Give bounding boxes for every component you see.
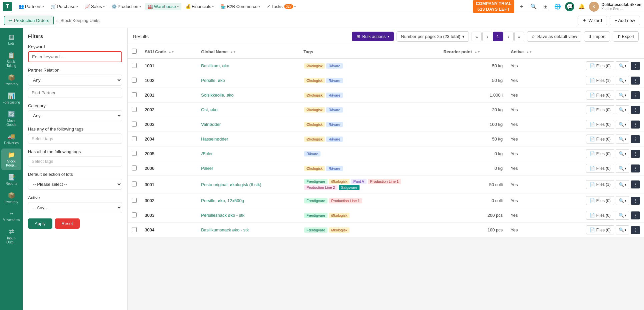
per-page-button[interactable]: Number per page: 25 (23 total) ▾: [397, 31, 469, 42]
partner-relation-select[interactable]: Any: [28, 75, 122, 86]
global-name-cell[interactable]: Persillesnack øko - stk: [197, 208, 299, 223]
sidebar-item-input-output[interactable]: ⇄ Input-Outp...: [1, 225, 21, 247]
has-all-tags-input[interactable]: Select tags: [28, 156, 122, 166]
tag[interactable]: Råvare: [326, 78, 343, 83]
files-button[interactable]: 📄 Files (0): [586, 211, 614, 220]
more-actions-button[interactable]: ⋮: [631, 180, 640, 188]
row-checkbox[interactable]: [132, 92, 137, 97]
files-button[interactable]: 📄 Files (0): [586, 135, 614, 144]
globe-icon[interactable]: 🌐: [553, 2, 562, 11]
import-button[interactable]: ⬇ Import: [584, 31, 610, 42]
tag[interactable]: Råvare: [326, 63, 343, 69]
reset-button[interactable]: Reset: [55, 218, 80, 229]
global-name-cell[interactable]: Pærer: [197, 161, 299, 176]
tag[interactable]: Økologisk: [329, 179, 350, 184]
tag[interactable]: Økologisk: [304, 122, 325, 127]
files-button[interactable]: 📄 Files (0): [586, 105, 614, 114]
nav-production[interactable]: ⚙️ Production ▾: [109, 3, 144, 10]
avatar[interactable]: K: [589, 2, 599, 12]
sidebar-item-stock-taking[interactable]: 📋 Stock-Taking: [1, 49, 21, 71]
more-actions-button[interactable]: ⋮: [631, 226, 640, 234]
more-actions-button[interactable]: ⋮: [631, 164, 640, 172]
global-name-cell[interactable]: Pesto original, økologisk (6 stk): [197, 176, 299, 193]
global-name-cell[interactable]: Basilikumsnack øko - stk: [197, 223, 299, 237]
apply-button[interactable]: Apply: [28, 218, 52, 229]
more-actions-button[interactable]: ⋮: [631, 121, 640, 129]
row-checkbox[interactable]: [132, 212, 137, 217]
global-name-cell[interactable]: Æbler: [197, 147, 299, 161]
files-button[interactable]: 📄 Files (0): [586, 91, 614, 100]
global-name-cell[interactable]: Hasselnødder: [197, 132, 299, 147]
tag[interactable]: Production Line 2: [304, 185, 338, 190]
app-logo[interactable]: T: [3, 2, 12, 11]
history-button[interactable]: ↩ Production Orders: [4, 16, 54, 25]
reorder-point-header[interactable]: Reorder point ▲▼: [440, 45, 507, 58]
save-view-button[interactable]: ☆ Save as default view: [527, 31, 581, 42]
tag[interactable]: Færdigvare: [304, 227, 328, 233]
tag[interactable]: Production Line 1: [368, 179, 401, 184]
sidebar-item-movements[interactable]: ↔️ Movements: [1, 207, 21, 225]
more-actions-button[interactable]: ⋮: [631, 197, 640, 205]
sidebar-item-inventory[interactable]: 📦 Inventory: [1, 71, 21, 89]
global-name-cell[interactable]: Persille, øko, 12x500g: [197, 193, 299, 208]
more-actions-button[interactable]: ⋮: [631, 77, 640, 85]
grid-icon[interactable]: ⊞: [541, 2, 550, 11]
tag[interactable]: Råvare: [326, 107, 343, 113]
prev-page-button[interactable]: ‹: [482, 32, 492, 41]
files-button[interactable]: 📄 Files (0): [586, 196, 614, 205]
sidebar-item-deliveries[interactable]: 🚚 Deliveries: [1, 130, 21, 148]
global-name-cell[interactable]: Persille, øko: [197, 73, 299, 88]
tag[interactable]: Økologisk: [304, 107, 325, 113]
row-checkbox[interactable]: [132, 198, 137, 203]
global-name-header[interactable]: Global Name ▲▼: [197, 45, 299, 58]
wizard-button[interactable]: ✦ Wizard: [578, 16, 607, 25]
tag[interactable]: Færdigvare: [304, 213, 328, 218]
tag[interactable]: Råvare: [326, 166, 343, 171]
search-icon[interactable]: 🔍: [529, 2, 538, 11]
sidebar-item-lots[interactable]: ▦ Lots: [1, 31, 21, 48]
row-checkbox[interactable]: [132, 151, 137, 156]
row-checkbox[interactable]: [132, 78, 137, 83]
sidebar-item-move-goods[interactable]: 🔄 Move Goods: [1, 108, 21, 130]
more-actions-button[interactable]: ⋮: [631, 135, 640, 143]
tag[interactable]: Færdigvare: [304, 198, 328, 203]
bulk-actions-button[interactable]: ⊞ Bulk actions ▾: [352, 32, 394, 41]
tag[interactable]: Råvare: [326, 137, 343, 142]
sidebar-item-forecasting[interactable]: 📊 Forecasting: [1, 90, 21, 107]
search-row-button[interactable]: 🔍 ▾: [616, 149, 629, 158]
search-row-button[interactable]: 🔍 ▾: [616, 61, 629, 70]
row-checkbox[interactable]: [132, 63, 137, 68]
tag[interactable]: Production Line 1: [329, 198, 362, 203]
nav-b2b[interactable]: 🏪 B2B Commerce ▾: [218, 3, 263, 10]
nav-financials[interactable]: 💰 Financials ▾: [183, 3, 217, 10]
active-header[interactable]: Active ▲▼: [507, 45, 551, 58]
select-all-checkbox[interactable]: [132, 49, 137, 54]
export-button[interactable]: ⬆ Export: [613, 31, 639, 42]
row-checkbox[interactable]: [132, 181, 137, 186]
more-actions-button[interactable]: ⋮: [631, 106, 640, 114]
files-button[interactable]: 📄 Files (0): [586, 149, 614, 158]
tag[interactable]: Pant A: [351, 179, 366, 184]
default-lots-select[interactable]: -- Please select --: [28, 179, 122, 190]
next-next-page-button[interactable]: »: [514, 32, 524, 41]
tag[interactable]: Råvare: [326, 93, 343, 98]
search-row-button[interactable]: 🔍 ▾: [616, 105, 629, 114]
add-new-button[interactable]: + Add new: [610, 16, 640, 25]
tag[interactable]: Råvare: [304, 151, 320, 156]
files-button[interactable]: 📄 Files (1): [586, 76, 614, 85]
category-select[interactable]: Any: [28, 110, 122, 121]
search-row-button[interactable]: 🔍 ▾: [616, 211, 629, 220]
sidebar-item-stock-keep[interactable]: 📁 Stock Keep...: [1, 149, 21, 170]
nav-purchase[interactable]: 🛒 Purchase ▾: [48, 3, 81, 10]
prev-prev-page-button[interactable]: «: [472, 32, 482, 41]
global-name-cell[interactable]: Solsikkeolie, øko: [197, 88, 299, 103]
current-page-button[interactable]: 1: [493, 32, 503, 41]
add-icon[interactable]: ＋: [517, 2, 526, 11]
search-row-button[interactable]: 🔍 ▾: [616, 76, 629, 85]
more-actions-button[interactable]: ⋮: [631, 150, 640, 158]
sidebar-item-reports[interactable]: 📑 Reports: [1, 171, 21, 188]
global-name-cell[interactable]: Basilikum, øko: [197, 58, 299, 73]
nav-tasks[interactable]: ✓ Tasks 327 ▾: [264, 3, 298, 10]
tag[interactable]: Økologisk: [304, 166, 325, 171]
tag[interactable]: Økologisk: [304, 63, 325, 69]
